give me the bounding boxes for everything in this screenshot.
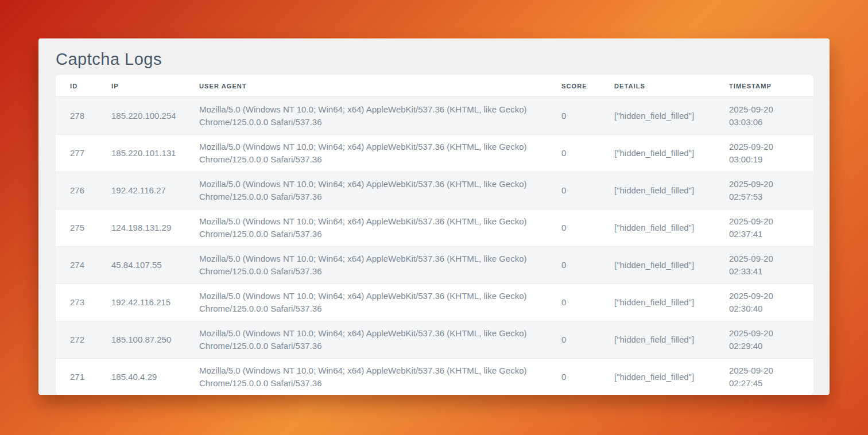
cell-timestamp: 2025-09-20 02:29:40 bbox=[729, 321, 813, 358]
cell-timestamp: 2025-09-20 03:00:19 bbox=[729, 134, 813, 172]
cell-user_agent: Mozilla/5.0 (Windows NT 10.0; Win64; x64… bbox=[199, 321, 561, 358]
column-header-timestamp: TIMESTAMP bbox=[729, 75, 813, 97]
page-title: Captcha Logs bbox=[56, 48, 812, 71]
cell-ip: 185.40.4.29 bbox=[111, 358, 199, 395]
cell-score: 0 bbox=[561, 97, 614, 134]
table-body: 278185.220.100.254Mozilla/5.0 (Windows N… bbox=[56, 97, 813, 395]
table-row: 271185.40.4.29Mozilla/5.0 (Windows NT 10… bbox=[56, 358, 813, 395]
cell-ip: 185.100.87.250 bbox=[111, 321, 199, 358]
cell-score: 0 bbox=[561, 358, 614, 395]
cell-user_agent: Mozilla/5.0 (Windows NT 10.0; Win64; x64… bbox=[199, 97, 561, 134]
cell-id: 272 bbox=[56, 321, 111, 358]
cell-id: 277 bbox=[56, 134, 111, 172]
table-row: 276192.42.116.27Mozilla/5.0 (Windows NT … bbox=[56, 172, 813, 209]
captcha-logs-table: IDIPUSER AGENTSCOREDETAILSTIMESTAMP 2781… bbox=[56, 75, 813, 395]
cell-id: 271 bbox=[56, 358, 111, 395]
column-header-ip: IP bbox=[111, 75, 199, 97]
cell-timestamp: 2025-09-20 02:27:45 bbox=[729, 358, 813, 395]
cell-score: 0 bbox=[561, 283, 614, 321]
cell-timestamp: 2025-09-20 02:30:40 bbox=[729, 283, 813, 321]
cell-id: 275 bbox=[56, 209, 111, 246]
cell-timestamp: 2025-09-20 03:03:06 bbox=[729, 97, 813, 134]
cell-user_agent: Mozilla/5.0 (Windows NT 10.0; Win64; x64… bbox=[199, 209, 561, 246]
column-header-score: SCORE bbox=[561, 75, 614, 97]
cell-details: ["hidden_field_filled"] bbox=[614, 97, 729, 134]
cell-user_agent: Mozilla/5.0 (Windows NT 10.0; Win64; x64… bbox=[199, 358, 561, 395]
cell-ip: 45.84.107.55 bbox=[111, 246, 199, 283]
cell-details: ["hidden_field_filled"] bbox=[614, 172, 729, 209]
cell-ip: 192.42.116.27 bbox=[111, 172, 199, 209]
cell-id: 273 bbox=[56, 283, 111, 321]
cell-details: ["hidden_field_filled"] bbox=[614, 246, 729, 283]
cell-timestamp: 2025-09-20 02:57:53 bbox=[729, 172, 813, 209]
cell-timestamp: 2025-09-20 02:37:41 bbox=[729, 209, 813, 246]
cell-score: 0 bbox=[561, 246, 614, 283]
captcha-logs-card: Captcha Logs IDIPUSER AGENTSCOREDETAILST… bbox=[38, 38, 830, 395]
cell-details: ["hidden_field_filled"] bbox=[614, 321, 729, 358]
table-header: IDIPUSER AGENTSCOREDETAILSTIMESTAMP bbox=[56, 75, 813, 97]
cell-timestamp: 2025-09-20 02:33:41 bbox=[729, 246, 813, 283]
cell-user_agent: Mozilla/5.0 (Windows NT 10.0; Win64; x64… bbox=[199, 246, 561, 283]
cell-user_agent: Mozilla/5.0 (Windows NT 10.0; Win64; x64… bbox=[199, 134, 561, 172]
cell-ip: 124.198.131.29 bbox=[111, 209, 199, 246]
cell-user_agent: Mozilla/5.0 (Windows NT 10.0; Win64; x64… bbox=[199, 172, 561, 209]
cell-id: 278 bbox=[56, 97, 111, 134]
cell-ip: 185.220.100.254 bbox=[111, 97, 199, 134]
cell-user_agent: Mozilla/5.0 (Windows NT 10.0; Win64; x64… bbox=[199, 283, 561, 321]
cell-score: 0 bbox=[561, 209, 614, 246]
column-header-user_agent: USER AGENT bbox=[199, 75, 561, 97]
cell-ip: 192.42.116.215 bbox=[111, 283, 199, 321]
cell-details: ["hidden_field_filled"] bbox=[614, 209, 729, 246]
cell-details: ["hidden_field_filled"] bbox=[614, 134, 729, 172]
table-row: 278185.220.100.254Mozilla/5.0 (Windows N… bbox=[56, 97, 813, 134]
cell-score: 0 bbox=[561, 321, 614, 358]
column-header-id: ID bbox=[56, 75, 111, 97]
table-row: 275124.198.131.29Mozilla/5.0 (Windows NT… bbox=[56, 209, 813, 246]
table-row: 27445.84.107.55Mozilla/5.0 (Windows NT 1… bbox=[56, 246, 813, 283]
cell-details: ["hidden_field_filled"] bbox=[614, 358, 729, 395]
cell-score: 0 bbox=[561, 172, 614, 209]
cell-score: 0 bbox=[561, 134, 614, 172]
cell-ip: 185.220.101.131 bbox=[111, 134, 199, 172]
table-row: 273192.42.116.215Mozilla/5.0 (Windows NT… bbox=[56, 283, 813, 321]
cell-details: ["hidden_field_filled"] bbox=[614, 283, 729, 321]
cell-id: 276 bbox=[56, 172, 111, 209]
column-header-details: DETAILS bbox=[614, 75, 729, 97]
table-header-row: IDIPUSER AGENTSCOREDETAILSTIMESTAMP bbox=[56, 75, 813, 97]
table-row: 277185.220.101.131Mozilla/5.0 (Windows N… bbox=[56, 134, 813, 172]
cell-id: 274 bbox=[56, 246, 111, 283]
table-row: 272185.100.87.250Mozilla/5.0 (Windows NT… bbox=[56, 321, 813, 358]
